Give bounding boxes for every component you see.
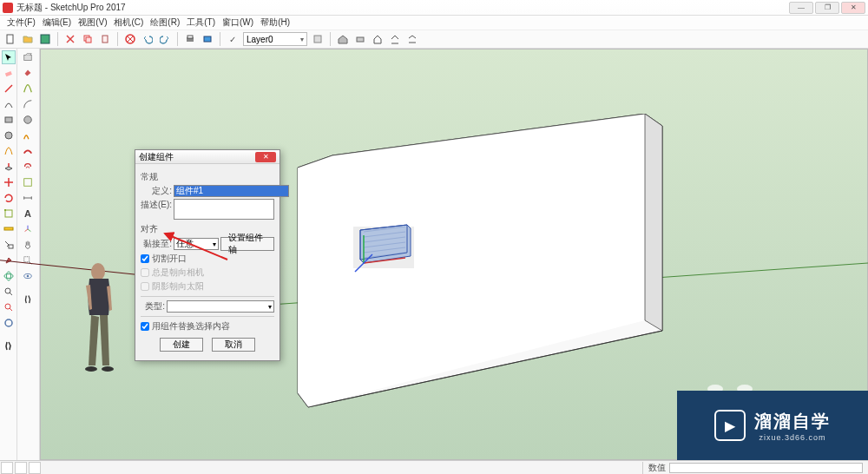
svg-rect-4 [102,36,108,43]
menu-bar: 文件(F) 编辑(E) 视图(V) 相机(C) 绘图(R) 工具(T) 窗口(W… [0,16,868,30]
paste-icon[interactable] [98,32,112,46]
orbit-tool-icon[interactable] [2,269,16,283]
type-dropdown[interactable] [167,300,274,313]
pan-icon[interactable] [19,238,36,252]
status-button-1[interactable] [1,462,13,474]
scale-tool-icon[interactable] [2,207,16,221]
cut-icon[interactable] [63,32,77,46]
menu-file[interactable]: 文件(F) [3,16,39,29]
definition-input[interactable] [174,185,289,197]
position-camera-icon[interactable] [19,292,36,306]
walk-tool-icon[interactable] [2,339,16,352]
open-file-icon[interactable] [21,32,35,46]
zoom-tool-icon[interactable] [2,285,16,299]
delete-icon[interactable] [123,32,137,46]
warehouse-icon[interactable] [336,32,350,46]
offset-icon[interactable] [19,160,36,174]
component-selection [352,223,421,275]
window-title: 无标题 - SketchUp Pro 2017 [16,2,126,14]
menu-help[interactable]: 帮助(H) [257,16,293,29]
select-tool-icon[interactable] [2,50,16,64]
dims-icon[interactable] [19,191,36,205]
home-icon[interactable] [371,32,385,46]
menu-edit[interactable]: 编辑(E) [39,16,75,29]
measurement-input[interactable] [669,463,863,473]
menu-camera[interactable]: 相机(C) [110,16,147,29]
move-tool-icon[interactable] [2,175,16,189]
freehand-icon[interactable] [19,82,36,95]
axes-icon[interactable] [19,222,36,236]
text-tool-icon[interactable] [2,238,16,252]
redo-icon[interactable] [158,32,172,46]
svg-point-29 [91,263,105,280]
scale-figure [79,261,122,378]
save-icon[interactable] [38,32,52,46]
menu-view[interactable]: 视图(V) [75,16,110,29]
followme-icon[interactable] [19,144,36,158]
undo-icon[interactable] [141,32,155,46]
print-icon[interactable] [183,32,197,46]
svg-rect-9 [314,36,321,43]
dialog-close-button[interactable]: ✕ [255,152,276,162]
copy-icon[interactable] [81,32,95,46]
polygon-icon[interactable] [19,113,36,127]
line-tool-icon[interactable] [2,82,16,95]
minimize-button[interactable]: — [789,2,813,14]
zoom-extents-icon[interactable] [2,300,16,314]
rotate-tool-icon[interactable] [2,191,16,205]
svg-rect-16 [4,227,13,230]
zoom-window-icon[interactable] [19,253,36,267]
tool-palette-large: A [17,49,40,460]
face-camera-checkbox: 总是朝向相机 [141,267,274,279]
model-info-icon[interactable] [201,32,214,46]
measurement-label: 数值 [648,462,666,474]
polygon-tool-icon[interactable] [2,144,16,158]
pie-icon[interactable] [19,128,36,142]
type-label: 类型: [141,300,165,313]
lookaround-icon[interactable] [19,269,36,283]
pushpull-tool-icon[interactable] [2,160,16,174]
svg-point-22 [5,319,12,326]
scale2-icon[interactable] [19,175,36,189]
menu-tools[interactable]: 工具(T) [183,16,219,29]
menu-draw[interactable]: 绘图(R) [147,16,183,29]
set-axes-button[interactable]: 设置组件轴 [220,237,274,251]
dialog-titlebar[interactable]: 创建组件 ✕ [135,150,279,164]
description-input[interactable] [174,199,274,220]
new-file-icon[interactable] [3,32,17,46]
arc-tool-icon[interactable] [2,97,16,111]
menu-window[interactable]: 窗口(W) [219,16,257,29]
watermark-badge: 溜溜自学 zixue.3d66.com [677,391,868,460]
layer-manager-icon[interactable] [311,32,325,46]
extension-icon[interactable] [353,32,367,46]
component-tool-icon[interactable] [19,50,36,64]
paint-bucket-icon[interactable] [19,66,36,80]
glue-dropdown[interactable]: 任意 [174,238,219,250]
arc2-icon[interactable] [19,97,36,111]
svg-point-24 [24,116,32,124]
dialog-title: 创建组件 [139,151,174,163]
share-icon[interactable] [388,32,402,46]
close-button[interactable]: ✕ [841,2,865,14]
circle-tool-icon[interactable] [2,128,16,142]
text3d-icon[interactable]: A [19,207,36,221]
glue-label: 黏接至: [141,238,172,250]
eraser-tool-icon[interactable] [2,66,16,80]
wall-geometry [272,114,706,409]
layer-visible-icon[interactable]: ✓ [226,32,240,46]
rectangle-tool-icon[interactable] [2,113,16,127]
upload-icon[interactable] [405,32,419,46]
status-button-3[interactable] [29,462,41,474]
layer-dropdown[interactable]: Layer0 [243,32,307,46]
svg-rect-14 [5,210,12,217]
svg-rect-0 [7,35,13,43]
tape-tool-icon[interactable] [2,222,16,236]
status-button-2[interactable] [15,462,27,474]
create-button[interactable]: 创建 [160,338,203,352]
main-toolbar: ✓ Layer0 [0,30,868,49]
maximize-button[interactable]: ❐ [815,2,839,14]
replace-selection-checkbox[interactable]: 用组件替换选择内容 [141,320,274,332]
section-tool-icon[interactable] [2,316,16,330]
cancel-button[interactable]: 取消 [212,338,255,352]
svg-point-19 [7,272,11,280]
